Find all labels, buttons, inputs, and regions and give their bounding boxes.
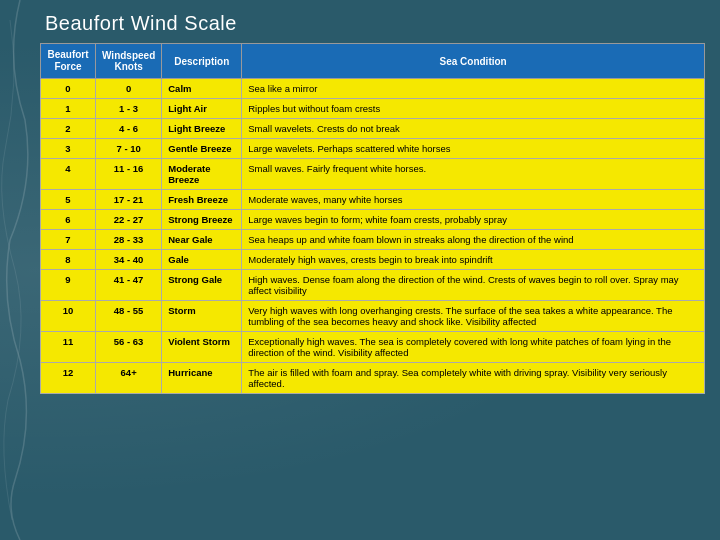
cell-description: Strong Gale xyxy=(162,270,242,301)
cell-description: Gentle Breeze xyxy=(162,139,242,159)
cell-sea-condition: Very high waves with long overhanging cr… xyxy=(242,301,705,332)
header-force: BeaufortForce xyxy=(41,44,96,79)
cell-knots: 34 - 40 xyxy=(96,250,162,270)
table-row: 517 - 21Fresh BreezeModerate waves, many… xyxy=(41,190,705,210)
table-row: 1156 - 63Violent StormExceptionally high… xyxy=(41,332,705,363)
table-row: 1048 - 55StormVery high waves with long … xyxy=(41,301,705,332)
cell-force: 8 xyxy=(41,250,96,270)
cell-description: Violent Storm xyxy=(162,332,242,363)
header-description: Description xyxy=(162,44,242,79)
cell-force: 12 xyxy=(41,363,96,394)
cell-description: Gale xyxy=(162,250,242,270)
header-knots: WindspeedKnots xyxy=(96,44,162,79)
cell-description: Calm xyxy=(162,79,242,99)
cell-knots: 0 xyxy=(96,79,162,99)
cell-force: 6 xyxy=(41,210,96,230)
cell-sea-condition: Moderate waves, many white horses xyxy=(242,190,705,210)
cell-force: 2 xyxy=(41,119,96,139)
cell-force: 7 xyxy=(41,230,96,250)
cell-sea-condition: Moderately high waves, crests begin to b… xyxy=(242,250,705,270)
cell-knots: 22 - 27 xyxy=(96,210,162,230)
cell-sea-condition: High waves. Dense foam along the directi… xyxy=(242,270,705,301)
table-row: 11 - 3Light AirRipples but without foam … xyxy=(41,99,705,119)
cell-knots: 64+ xyxy=(96,363,162,394)
page-title: Beaufort Wind Scale xyxy=(0,0,720,43)
cell-force: 5 xyxy=(41,190,96,210)
header-sea-condition: Sea Condition xyxy=(242,44,705,79)
cell-description: Storm xyxy=(162,301,242,332)
cell-description: Hurricane xyxy=(162,363,242,394)
cell-force: 9 xyxy=(41,270,96,301)
cell-sea-condition: Large waves begin to form; white foam cr… xyxy=(242,210,705,230)
cell-knots: 1 - 3 xyxy=(96,99,162,119)
cell-knots: 7 - 10 xyxy=(96,139,162,159)
cell-knots: 4 - 6 xyxy=(96,119,162,139)
wind-scale-table: BeaufortForce WindspeedKnots Description… xyxy=(40,43,705,394)
cell-knots: 56 - 63 xyxy=(96,332,162,363)
cell-sea-condition: The air is filled with foam and spray. S… xyxy=(242,363,705,394)
cell-description: Fresh Breeze xyxy=(162,190,242,210)
cell-sea-condition: Sea like a mirror xyxy=(242,79,705,99)
table-row: 00CalmSea like a mirror xyxy=(41,79,705,99)
table-row: 622 - 27Strong BreezeLarge waves begin t… xyxy=(41,210,705,230)
cell-force: 10 xyxy=(41,301,96,332)
cell-description: Near Gale xyxy=(162,230,242,250)
cell-sea-condition: Sea heaps up and white foam blown in str… xyxy=(242,230,705,250)
cell-description: Light Air xyxy=(162,99,242,119)
table-row: 728 - 33Near GaleSea heaps up and white … xyxy=(41,230,705,250)
cell-description: Moderate Breeze xyxy=(162,159,242,190)
cell-knots: 41 - 47 xyxy=(96,270,162,301)
cell-force: 3 xyxy=(41,139,96,159)
cell-description: Strong Breeze xyxy=(162,210,242,230)
cell-knots: 48 - 55 xyxy=(96,301,162,332)
cell-sea-condition: Small waves. Fairly frequent white horse… xyxy=(242,159,705,190)
table-row: 941 - 47Strong GaleHigh waves. Dense foa… xyxy=(41,270,705,301)
table-row: 834 - 40GaleModerately high waves, crest… xyxy=(41,250,705,270)
table-body: 00CalmSea like a mirror11 - 3Light AirRi… xyxy=(41,79,705,394)
cell-knots: 17 - 21 xyxy=(96,190,162,210)
table-row: 37 - 10Gentle BreezeLarge wavelets. Perh… xyxy=(41,139,705,159)
cell-sea-condition: Large wavelets. Perhaps scattered white … xyxy=(242,139,705,159)
wind-scale-table-container: BeaufortForce WindspeedKnots Description… xyxy=(40,43,705,394)
cell-force: 4 xyxy=(41,159,96,190)
cell-description: Light Breeze xyxy=(162,119,242,139)
cell-knots: 28 - 33 xyxy=(96,230,162,250)
table-row: 24 - 6Light BreezeSmall wavelets. Crests… xyxy=(41,119,705,139)
cell-sea-condition: Exceptionally high waves. The sea is com… xyxy=(242,332,705,363)
cell-force: 0 xyxy=(41,79,96,99)
cell-force: 1 xyxy=(41,99,96,119)
cell-knots: 11 - 16 xyxy=(96,159,162,190)
cell-sea-condition: Small wavelets. Crests do not break xyxy=(242,119,705,139)
cell-force: 11 xyxy=(41,332,96,363)
table-row: 1264+HurricaneThe air is filled with foa… xyxy=(41,363,705,394)
table-row: 411 - 16Moderate BreezeSmall waves. Fair… xyxy=(41,159,705,190)
table-header-row: BeaufortForce WindspeedKnots Description… xyxy=(41,44,705,79)
cell-sea-condition: Ripples but without foam crests xyxy=(242,99,705,119)
